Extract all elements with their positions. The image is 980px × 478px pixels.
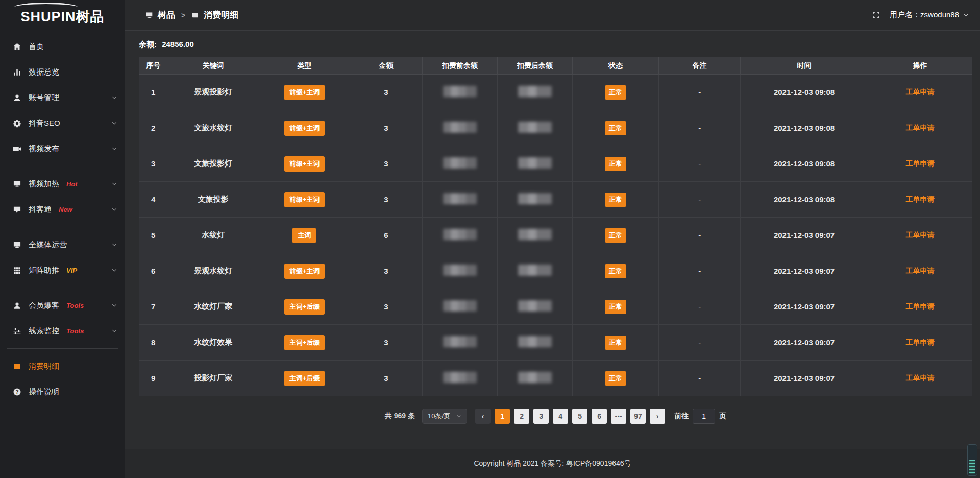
work-order-link[interactable]: 工单申请	[905, 374, 934, 382]
sidebar-item-data-overview[interactable]: 数据总览	[0, 59, 125, 85]
page-more-button[interactable]: •••	[611, 409, 626, 424]
content: 余额: 24856.00 序号 关键词 类型 金额 扣费前余额 扣费	[125, 31, 980, 449]
cell-action: 工单申请	[868, 182, 972, 218]
balance-label: 余额:	[139, 40, 157, 49]
table-row: 2 文旅水纹灯 前缀+主词 3 正常 - 2021-12-03 09:08 工单…	[139, 110, 972, 146]
page-button-1[interactable]: 1	[495, 409, 510, 424]
cell-amount: 3	[350, 325, 422, 361]
cell-time: 2021-12-03 09:08	[741, 75, 868, 110]
cell-balance-before	[422, 146, 497, 182]
sidebar-item-label: 账号管理	[29, 93, 59, 103]
cell-keyword: 文旅投影灯	[167, 146, 259, 182]
sidebar-item-label: 抖音SEO	[29, 118, 60, 128]
sidebar-item-operation-guide[interactable]: ? 操作说明	[0, 379, 125, 404]
table-row: 5 水纹灯 主词 6 正常 - 2021-12-03 09:07 工单申请	[139, 218, 972, 253]
work-order-link[interactable]: 工单申请	[905, 195, 934, 203]
work-order-link[interactable]: 工单申请	[905, 267, 934, 275]
page-size-value: 10条/页	[428, 412, 450, 421]
work-order-link[interactable]: 工单申请	[905, 159, 934, 168]
cell-index: 6	[139, 253, 167, 289]
cell-amount: 3	[350, 110, 422, 146]
sidebar-item-consumption-detail[interactable]: 消费明细	[0, 353, 125, 379]
sidebar-item-account-management[interactable]: 账号管理	[0, 85, 125, 110]
cell-note: -	[659, 253, 741, 289]
sidebar-item-home[interactable]: 首页	[0, 34, 125, 59]
cell-action: 工单申请	[868, 110, 972, 146]
sidebar-item-badge: Hot	[66, 180, 78, 188]
cell-index: 8	[139, 325, 167, 361]
question-icon: ?	[13, 388, 21, 396]
sidebar-divider	[7, 348, 118, 349]
cell-balance-after	[497, 361, 572, 396]
col-status: 状态	[572, 57, 659, 75]
redacted-balance-before	[443, 122, 477, 133]
sidebar-item-douyin-seo[interactable]: 抖音SEO	[0, 110, 125, 136]
cell-time: 2021-12-03 09:07	[741, 289, 868, 325]
page-button-4[interactable]: 4	[553, 409, 568, 424]
cell-type: 主词+后缀	[259, 289, 350, 325]
table-row: 9 投影灯厂家 主词+后缀 3 正常 - 2021-12-03 09:07 工单…	[139, 361, 972, 396]
page-button-3[interactable]: 3	[533, 409, 549, 424]
page-button-2[interactable]: 2	[514, 409, 529, 424]
page-size-select[interactable]: 10条/页	[422, 409, 467, 424]
table-row: 8 水纹灯效果 主词+后缀 3 正常 - 2021-12-03 09:07 工单…	[139, 325, 972, 361]
work-order-link[interactable]: 工单申请	[905, 302, 934, 310]
sidebar-item-all-media-ops[interactable]: 全媒体运营	[0, 232, 125, 257]
redacted-balance-after	[518, 265, 552, 276]
cell-status: 正常	[572, 289, 659, 325]
cell-status: 正常	[572, 218, 659, 253]
table-row: 7 水纹灯厂家 主词+后缀 3 正常 - 2021-12-03 09:07 工单…	[139, 289, 972, 325]
sidebar-item-video-heat[interactable]: 视频加热Hot	[0, 171, 125, 197]
sidebar-item-doukotong[interactable]: 抖客通New	[0, 197, 125, 222]
footer: Copyright 树品 2021 备案号: 粤ICP备09019646号	[125, 449, 980, 478]
cell-action: 工单申请	[868, 75, 972, 110]
sidebar-item-badge: Tools	[66, 327, 84, 335]
wallet-icon	[191, 11, 199, 19]
cell-balance-after	[497, 182, 572, 218]
sidebar-item-matrix-boost[interactable]: 矩阵助推VIP	[0, 257, 125, 283]
redacted-balance-before	[443, 86, 477, 97]
cell-time: 2021-12-03 09:07	[741, 325, 868, 361]
sidebar-item-label: 抖客通	[29, 205, 52, 214]
chevron-down-icon	[456, 414, 461, 419]
fullscreen-icon[interactable]	[872, 11, 880, 19]
cell-status: 正常	[572, 253, 659, 289]
cell-amount: 3	[350, 289, 422, 325]
page-button-6[interactable]: 6	[592, 409, 607, 424]
prev-page-button[interactable]: ‹	[475, 409, 491, 424]
type-badge: 前缀+主词	[284, 264, 325, 279]
cell-action: 工单申请	[868, 361, 972, 396]
user-label: 用户名：zswodun88	[890, 10, 959, 20]
work-order-link[interactable]: 工单申请	[905, 338, 934, 346]
work-order-link[interactable]: 工单申请	[905, 231, 934, 239]
sidebar-item-clue-monitor[interactable]: 线索监控Tools	[0, 318, 125, 344]
next-page-button[interactable]: ›	[650, 409, 665, 424]
cell-amount: 3	[350, 75, 422, 110]
cell-status: 正常	[572, 146, 659, 182]
user-icon	[13, 93, 21, 102]
gear-icon	[13, 119, 21, 128]
chevron-down-icon	[111, 181, 117, 187]
cell-balance-after	[497, 218, 572, 253]
user-menu[interactable]: 用户名：zswodun88	[890, 10, 969, 20]
cell-status: 正常	[572, 110, 659, 146]
work-order-link[interactable]: 工单申请	[905, 124, 934, 132]
cell-balance-before	[422, 75, 497, 110]
floating-widget[interactable]	[967, 444, 977, 476]
cell-action: 工单申请	[868, 253, 972, 289]
page-button-5[interactable]: 5	[572, 409, 587, 424]
sidebar-item-video-publish[interactable]: 视频发布	[0, 136, 125, 161]
status-badge: 正常	[605, 228, 626, 243]
redacted-balance-after	[518, 229, 552, 240]
sidebar-item-badge: Tools	[66, 302, 84, 309]
grid-icon	[13, 266, 21, 275]
page-button-97[interactable]: 97	[630, 409, 646, 424]
jump-page-input[interactable]	[693, 409, 715, 424]
sidebar-item-member-baoke[interactable]: 会员爆客Tools	[0, 293, 125, 318]
bar-chart-icon	[13, 68, 21, 77]
type-badge: 前缀+主词	[284, 192, 325, 207]
work-order-link[interactable]: 工单申请	[905, 88, 934, 96]
status-badge: 正常	[605, 336, 626, 350]
breadcrumb-root[interactable]: 树品	[158, 9, 175, 21]
chevron-down-icon	[111, 267, 117, 273]
